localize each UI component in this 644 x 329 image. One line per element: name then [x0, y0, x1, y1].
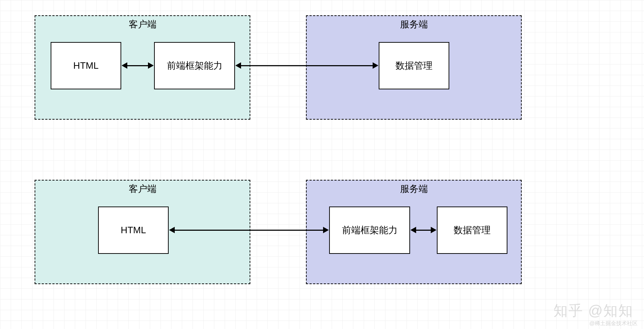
diagram1-arrow-html-frontend	[127, 65, 148, 66]
diagram1-node-data: 数据管理	[379, 42, 449, 89]
diagram2-server-title: 服务端	[307, 183, 521, 195]
diagram2-node-frontend-label: 前端框架能力	[342, 224, 398, 236]
diagram1-client-title: 客户端	[35, 18, 250, 31]
diagram2-node-data-label: 数据管理	[454, 224, 491, 236]
watermark-sub: @稀土掘金技术社区	[589, 320, 638, 327]
diagram1-node-frontend: 前端框架能力	[154, 42, 235, 89]
diagram2-node-frontend: 前端框架能力	[329, 207, 410, 254]
diagram1-node-data-label: 数据管理	[395, 59, 433, 72]
arrow-head-icon	[323, 227, 329, 233]
diagram2-arrow-frontend-data	[416, 230, 431, 231]
arrow-head-icon	[373, 62, 378, 69]
diagram2-node-html: HTML	[98, 207, 169, 254]
arrow-head-icon	[169, 227, 175, 233]
arrow-head-icon	[235, 62, 241, 69]
arrow-head-icon	[431, 227, 436, 233]
watermark-main: 知乎 @知知	[553, 301, 633, 320]
diagram1-arrow-frontend-data	[241, 65, 373, 66]
diagram2-arrow-html-frontend	[174, 230, 323, 231]
arrow-head-icon	[410, 227, 416, 233]
arrow-head-icon	[148, 62, 154, 69]
diagram2-node-html-label: HTML	[121, 225, 146, 236]
diagram2-node-data: 数据管理	[437, 207, 507, 254]
diagram1-node-html-label: HTML	[73, 60, 99, 71]
diagram2-client-title: 客户端	[35, 183, 250, 195]
arrow-head-icon	[122, 62, 127, 69]
diagram1-node-frontend-label: 前端框架能力	[167, 59, 223, 72]
diagram1-server-title: 服务端	[307, 18, 521, 31]
diagram1-node-html: HTML	[51, 42, 121, 89]
